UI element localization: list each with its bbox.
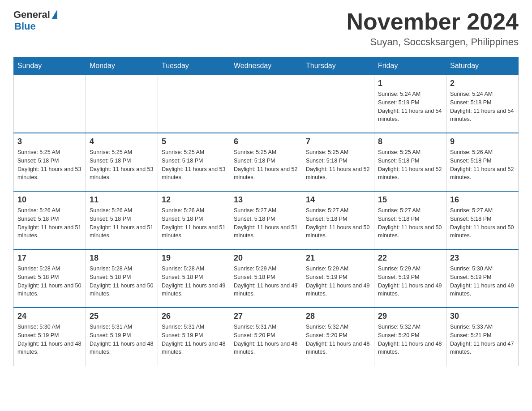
weekday-header-tuesday: Tuesday <box>158 57 230 75</box>
day-info: Sunrise: 5:25 AMSunset: 5:18 PMDaylight:… <box>90 148 154 182</box>
calendar-cell: 4Sunrise: 5:25 AMSunset: 5:18 PMDaylight… <box>86 133 158 191</box>
weekday-header-sunday: Sunday <box>14 57 86 75</box>
calendar-cell: 17Sunrise: 5:28 AMSunset: 5:18 PMDayligh… <box>14 249 86 308</box>
day-number: 2 <box>450 79 515 88</box>
page-header: General Blue November 2024 Suyan, Soccsk… <box>13 9 519 48</box>
calendar-cell: 7Sunrise: 5:25 AMSunset: 5:18 PMDaylight… <box>302 133 374 191</box>
logo-general-text: General <box>13 9 50 21</box>
day-number: 28 <box>306 312 370 321</box>
day-number: 11 <box>90 195 154 205</box>
week-row-5: 24Sunrise: 5:30 AMSunset: 5:19 PMDayligh… <box>14 308 519 366</box>
calendar-cell: 15Sunrise: 5:27 AMSunset: 5:18 PMDayligh… <box>374 191 446 249</box>
calendar-title: November 2024 <box>347 9 519 34</box>
day-info: Sunrise: 5:28 AMSunset: 5:18 PMDaylight:… <box>17 265 82 298</box>
day-info: Sunrise: 5:26 AMSunset: 5:18 PMDaylight:… <box>162 206 226 240</box>
day-number: 27 <box>234 312 298 321</box>
logo-blue-text: Blue <box>14 21 36 32</box>
calendar-table: SundayMondayTuesdayWednesdayThursdayFrid… <box>13 57 519 366</box>
weekday-header-wednesday: Wednesday <box>230 57 302 75</box>
calendar-cell: 8Sunrise: 5:25 AMSunset: 5:18 PMDaylight… <box>374 133 446 191</box>
day-info: Sunrise: 5:24 AMSunset: 5:18 PMDaylight:… <box>450 90 515 124</box>
day-number: 24 <box>17 312 82 321</box>
day-info: Sunrise: 5:27 AMSunset: 5:18 PMDaylight:… <box>306 206 370 240</box>
week-row-2: 3Sunrise: 5:25 AMSunset: 5:18 PMDaylight… <box>14 133 519 191</box>
week-row-1: 1Sunrise: 5:24 AMSunset: 5:19 PMDaylight… <box>14 75 519 133</box>
day-info: Sunrise: 5:29 AMSunset: 5:18 PMDaylight:… <box>234 265 298 298</box>
day-info: Sunrise: 5:29 AMSunset: 5:19 PMDaylight:… <box>306 265 370 298</box>
calendar-cell: 29Sunrise: 5:32 AMSunset: 5:20 PMDayligh… <box>374 308 446 366</box>
day-number: 16 <box>450 195 515 205</box>
calendar-cell: 27Sunrise: 5:31 AMSunset: 5:20 PMDayligh… <box>230 308 302 366</box>
week-row-3: 10Sunrise: 5:26 AMSunset: 5:18 PMDayligh… <box>14 191 519 249</box>
calendar-cell: 6Sunrise: 5:25 AMSunset: 5:18 PMDaylight… <box>230 133 302 191</box>
calendar-cell: 14Sunrise: 5:27 AMSunset: 5:18 PMDayligh… <box>302 191 374 249</box>
day-info: Sunrise: 5:26 AMSunset: 5:18 PMDaylight:… <box>450 148 515 182</box>
calendar-cell: 19Sunrise: 5:28 AMSunset: 5:18 PMDayligh… <box>158 249 230 308</box>
calendar-cell: 13Sunrise: 5:27 AMSunset: 5:18 PMDayligh… <box>230 191 302 249</box>
day-info: Sunrise: 5:24 AMSunset: 5:19 PMDaylight:… <box>378 90 442 124</box>
calendar-cell: 3Sunrise: 5:25 AMSunset: 5:18 PMDaylight… <box>14 133 86 191</box>
day-number: 19 <box>162 253 226 263</box>
day-info: Sunrise: 5:29 AMSunset: 5:19 PMDaylight:… <box>378 265 442 298</box>
weekday-header-row: SundayMondayTuesdayWednesdayThursdayFrid… <box>14 57 519 75</box>
day-info: Sunrise: 5:31 AMSunset: 5:19 PMDaylight:… <box>162 323 226 356</box>
calendar-cell: 23Sunrise: 5:30 AMSunset: 5:19 PMDayligh… <box>446 249 519 308</box>
day-info: Sunrise: 5:25 AMSunset: 5:18 PMDaylight:… <box>162 148 226 182</box>
calendar-cell: 16Sunrise: 5:27 AMSunset: 5:18 PMDayligh… <box>446 191 519 249</box>
day-info: Sunrise: 5:27 AMSunset: 5:18 PMDaylight:… <box>234 206 298 240</box>
day-number: 18 <box>90 253 154 263</box>
day-number: 30 <box>450 312 515 321</box>
day-number: 17 <box>17 253 82 263</box>
calendar-cell: 12Sunrise: 5:26 AMSunset: 5:18 PMDayligh… <box>158 191 230 249</box>
day-info: Sunrise: 5:25 AMSunset: 5:18 PMDaylight:… <box>378 148 442 182</box>
day-number: 10 <box>17 195 82 205</box>
day-info: Sunrise: 5:30 AMSunset: 5:19 PMDaylight:… <box>17 323 82 356</box>
logo: General Blue <box>13 9 57 32</box>
calendar-cell: 18Sunrise: 5:28 AMSunset: 5:18 PMDayligh… <box>86 249 158 308</box>
day-number: 13 <box>234 195 298 205</box>
day-info: Sunrise: 5:33 AMSunset: 5:21 PMDaylight:… <box>450 323 515 356</box>
day-info: Sunrise: 5:26 AMSunset: 5:18 PMDaylight:… <box>90 206 154 240</box>
day-info: Sunrise: 5:25 AMSunset: 5:18 PMDaylight:… <box>234 148 298 182</box>
calendar-cell: 21Sunrise: 5:29 AMSunset: 5:19 PMDayligh… <box>302 249 374 308</box>
day-number: 23 <box>450 253 515 263</box>
logo-triangle-icon <box>51 9 57 19</box>
calendar-cell: 25Sunrise: 5:31 AMSunset: 5:19 PMDayligh… <box>86 308 158 366</box>
day-number: 1 <box>378 79 442 88</box>
day-number: 9 <box>450 137 515 146</box>
day-info: Sunrise: 5:30 AMSunset: 5:19 PMDaylight:… <box>450 265 515 298</box>
day-number: 7 <box>306 137 370 146</box>
calendar-cell <box>230 75 302 133</box>
day-info: Sunrise: 5:25 AMSunset: 5:18 PMDaylight:… <box>17 148 82 182</box>
calendar-cell: 22Sunrise: 5:29 AMSunset: 5:19 PMDayligh… <box>374 249 446 308</box>
day-number: 25 <box>90 312 154 321</box>
calendar-cell: 26Sunrise: 5:31 AMSunset: 5:19 PMDayligh… <box>158 308 230 366</box>
day-info: Sunrise: 5:32 AMSunset: 5:20 PMDaylight:… <box>378 323 442 356</box>
day-info: Sunrise: 5:26 AMSunset: 5:18 PMDaylight:… <box>17 206 82 240</box>
day-number: 26 <box>162 312 226 321</box>
day-number: 22 <box>378 253 442 263</box>
calendar-cell <box>302 75 374 133</box>
calendar-cell: 30Sunrise: 5:33 AMSunset: 5:21 PMDayligh… <box>446 308 519 366</box>
day-number: 29 <box>378 312 442 321</box>
weekday-header-thursday: Thursday <box>302 57 374 75</box>
day-info: Sunrise: 5:25 AMSunset: 5:18 PMDaylight:… <box>306 148 370 182</box>
calendar-cell: 10Sunrise: 5:26 AMSunset: 5:18 PMDayligh… <box>14 191 86 249</box>
day-number: 14 <box>306 195 370 205</box>
calendar-cell: 9Sunrise: 5:26 AMSunset: 5:18 PMDaylight… <box>446 133 519 191</box>
day-number: 8 <box>378 137 442 146</box>
calendar-cell: 1Sunrise: 5:24 AMSunset: 5:19 PMDaylight… <box>374 75 446 133</box>
calendar-cell: 11Sunrise: 5:26 AMSunset: 5:18 PMDayligh… <box>86 191 158 249</box>
day-number: 15 <box>378 195 442 205</box>
title-area: November 2024 Suyan, Soccsksargen, Phili… <box>347 9 519 48</box>
calendar-subtitle: Suyan, Soccsksargen, Philippines <box>347 36 519 48</box>
day-number: 21 <box>306 253 370 263</box>
day-info: Sunrise: 5:28 AMSunset: 5:18 PMDaylight:… <box>90 265 154 298</box>
weekday-header-friday: Friday <box>374 57 446 75</box>
day-number: 20 <box>234 253 298 263</box>
calendar-cell: 5Sunrise: 5:25 AMSunset: 5:18 PMDaylight… <box>158 133 230 191</box>
day-info: Sunrise: 5:32 AMSunset: 5:20 PMDaylight:… <box>306 323 370 356</box>
day-number: 4 <box>90 137 154 146</box>
day-number: 3 <box>17 137 82 146</box>
day-info: Sunrise: 5:27 AMSunset: 5:18 PMDaylight:… <box>378 206 442 240</box>
